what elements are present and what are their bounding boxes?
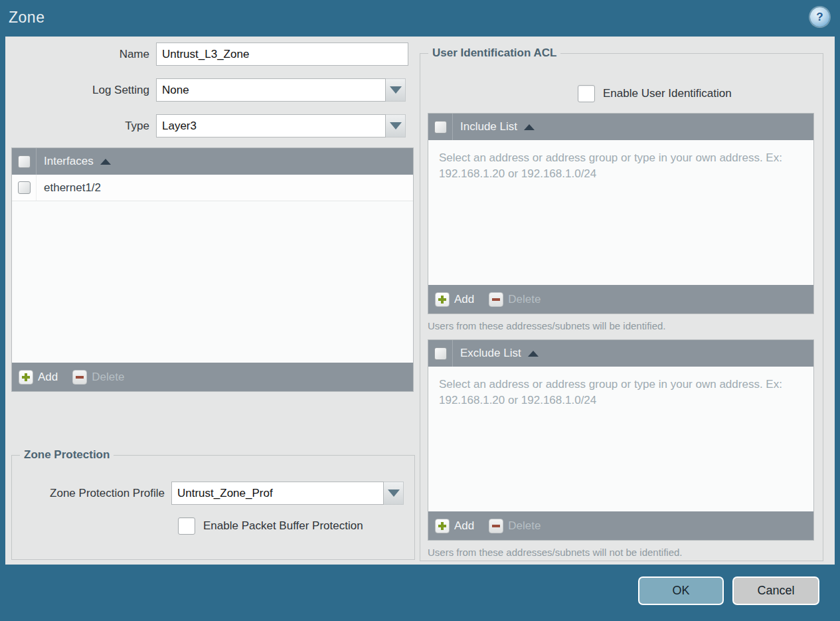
log-setting-row: Log Setting — [5, 78, 406, 102]
include-select-all-cell — [428, 114, 453, 140]
name-row: Name — [5, 43, 408, 66]
exclude-list-column-header[interactable]: Exclude List — [460, 347, 521, 360]
delete-button[interactable]: Delete — [489, 292, 541, 307]
include-list-body: Select an address or address group or ty… — [428, 140, 813, 285]
packet-buffer-checkbox[interactable] — [178, 517, 195, 535]
type-row: Type — [5, 114, 406, 137]
exclude-list-body: Select an address or address group or ty… — [428, 367, 813, 511]
exclude-select-all-checkbox[interactable] — [434, 347, 447, 360]
help-glyph: ? — [816, 11, 823, 24]
dialog-title: Zone — [9, 9, 44, 27]
minus-icon — [489, 519, 503, 533]
packet-buffer-label: Enable Packet Buffer Protection — [203, 519, 363, 533]
zone-dialog: Zone ? Name Log Setting Type — [0, 0, 840, 621]
add-button[interactable]: Add — [435, 519, 474, 533]
zone-protection-section: Zone Protection Zone Protection Profile … — [11, 448, 415, 560]
exclude-list-placeholder: Select an address or address group or ty… — [428, 367, 813, 408]
titlebar: Zone ? — [0, 0, 840, 33]
plus-icon — [435, 292, 450, 307]
user-identification-legend: User Identification ACL — [428, 46, 560, 60]
packet-buffer-row: Enable Packet Buffer Protection — [178, 517, 363, 535]
sort-ascending-icon[interactable] — [100, 159, 111, 165]
interfaces-table: Interfaces ethernet1/2 Add Dele — [11, 147, 414, 392]
add-button[interactable]: Add — [435, 292, 474, 307]
include-list-table: Include List Select an address or addres… — [428, 113, 814, 314]
delete-label: Delete — [508, 519, 541, 533]
include-list-column-header[interactable]: Include List — [460, 120, 517, 133]
name-input[interactable] — [156, 43, 408, 66]
include-list-placeholder: Select an address or address group or ty… — [428, 140, 813, 182]
minus-icon — [489, 292, 503, 307]
row-checkbox-cell — [12, 175, 37, 201]
log-setting-label: Log Setting — [5, 84, 156, 97]
chevron-down-icon — [388, 489, 400, 497]
add-label: Add — [454, 293, 474, 306]
log-setting-dropdown-button[interactable] — [386, 78, 406, 102]
name-label: Name — [5, 48, 156, 61]
zone-protection-profile-dropdown-button[interactable] — [384, 482, 404, 505]
dialog-body: Name Log Setting Type Interfa — [5, 37, 835, 565]
add-button[interactable]: Add — [19, 370, 58, 385]
user-identification-section: User Identification ACL Enable User Iden… — [420, 46, 823, 561]
cancel-button[interactable]: Cancel — [732, 577, 819, 605]
delete-label: Delete — [508, 293, 541, 306]
zone-protection-profile-row: Zone Protection Profile — [12, 482, 404, 505]
interfaces-table-body: ethernet1/2 — [12, 175, 413, 363]
ok-button[interactable]: OK — [638, 577, 724, 605]
delete-button[interactable]: Delete — [72, 370, 124, 385]
add-label: Add — [38, 371, 58, 384]
minus-icon — [72, 370, 87, 385]
type-label: Type — [5, 120, 156, 133]
table-row[interactable]: ethernet1/2 — [12, 175, 413, 201]
help-icon[interactable]: ? — [810, 7, 829, 27]
include-select-all-checkbox[interactable] — [434, 121, 447, 133]
sort-ascending-icon[interactable] — [528, 351, 539, 357]
zone-protection-profile-input[interactable] — [171, 482, 384, 505]
delete-button[interactable]: Delete — [489, 519, 541, 533]
plus-icon — [435, 519, 450, 533]
exclude-select-all-cell — [428, 340, 453, 367]
type-input[interactable] — [156, 114, 386, 137]
chevron-down-icon — [390, 122, 402, 130]
enable-user-id-row: Enable User Identification — [578, 85, 732, 102]
zone-protection-profile-label: Zone Protection Profile — [12, 487, 171, 500]
include-list-header: Include List — [428, 114, 813, 140]
delete-label: Delete — [92, 371, 124, 384]
type-dropdown-button[interactable] — [386, 114, 406, 137]
include-list-caption: Users from these addresses/subnets will … — [428, 320, 666, 331]
sort-ascending-icon[interactable] — [524, 124, 535, 130]
zone-protection-legend: Zone Protection — [20, 448, 114, 462]
add-label: Add — [454, 519, 474, 533]
exclude-list-header: Exclude List — [428, 340, 813, 367]
include-list-toolbar: Add Delete — [428, 285, 813, 313]
interface-name: ethernet1/2 — [44, 181, 101, 195]
interfaces-toolbar: Add Delete — [12, 363, 413, 391]
enable-user-id-label: Enable User Identification — [603, 87, 732, 100]
chevron-down-icon — [390, 86, 402, 94]
plus-icon — [19, 370, 33, 385]
row-checkbox[interactable] — [18, 181, 31, 194]
exclude-list-toolbar: Add Delete — [428, 511, 813, 540]
exclude-list-table: Exclude List Select an address or addres… — [428, 339, 814, 541]
interfaces-select-all-checkbox[interactable] — [18, 155, 31, 168]
exclude-list-caption: Users from these addresses/subnets will … — [428, 547, 683, 558]
log-setting-input[interactable] — [156, 78, 386, 102]
interfaces-column-header[interactable]: Interfaces — [44, 155, 94, 168]
interfaces-select-all-cell — [12, 148, 37, 175]
enable-user-id-checkbox[interactable] — [578, 85, 595, 102]
interfaces-table-header: Interfaces — [12, 148, 413, 175]
